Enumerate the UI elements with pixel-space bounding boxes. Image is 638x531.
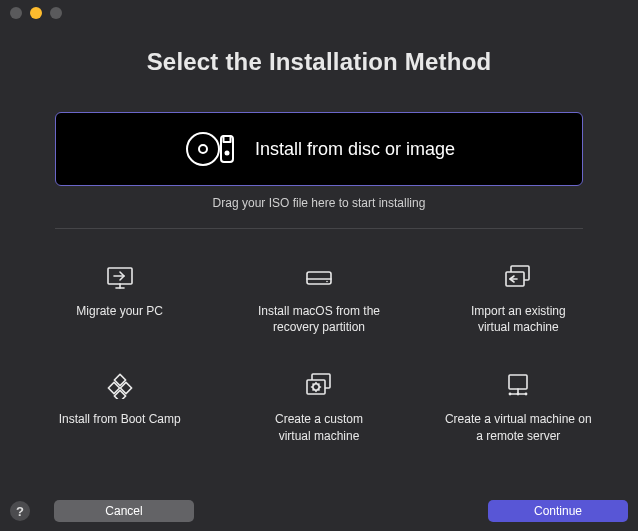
option-migrate-pc[interactable]: Migrate your PC: [20, 263, 219, 335]
install-from-disc-dropzone[interactable]: Install from disc or image: [55, 112, 583, 186]
cancel-button[interactable]: Cancel: [54, 500, 194, 522]
svg-rect-8: [307, 272, 331, 284]
close-window-icon[interactable]: [10, 7, 22, 19]
continue-button[interactable]: Continue: [488, 500, 628, 522]
hard-drive-icon: [304, 263, 334, 293]
svg-point-24: [525, 393, 528, 396]
option-label: Import an existingvirtual machine: [471, 303, 566, 335]
option-label: Install macOS from therecovery partition: [258, 303, 380, 335]
option-import-vm[interactable]: Import an existingvirtual machine: [419, 263, 618, 335]
maximize-window-icon[interactable]: [50, 7, 62, 19]
page-title: Select the Installation Method: [0, 48, 638, 76]
migrate-pc-icon: [105, 263, 135, 293]
svg-point-10: [326, 281, 328, 283]
footer: ? Cancel Continue: [0, 500, 638, 522]
custom-vm-icon: [303, 371, 335, 401]
option-create-custom-vm[interactable]: Create a customvirtual machine: [219, 371, 418, 443]
option-install-macos-recovery[interactable]: Install macOS from therecovery partition: [219, 263, 418, 335]
svg-point-25: [517, 393, 520, 396]
option-label: Create a customvirtual machine: [275, 411, 363, 443]
svg-rect-3: [223, 136, 230, 142]
svg-point-4: [224, 151, 229, 156]
option-label: Install from Boot Camp: [59, 411, 181, 427]
svg-point-23: [509, 393, 512, 396]
svg-point-1: [199, 145, 207, 153]
remote-server-icon: [504, 371, 532, 401]
dropzone-label: Install from disc or image: [255, 139, 455, 160]
titlebar: [0, 0, 638, 26]
help-button[interactable]: ?: [10, 501, 30, 521]
svg-rect-20: [509, 375, 527, 389]
option-install-from-bootcamp[interactable]: Install from Boot Camp: [20, 371, 219, 443]
option-label: Migrate your PC: [76, 303, 163, 319]
import-vm-icon: [502, 263, 534, 293]
svg-point-0: [187, 133, 219, 165]
disc-usb-icon: [183, 129, 239, 169]
install-options-grid: Migrate your PC Install macOS from there…: [20, 263, 618, 444]
bootcamp-icon: [106, 371, 134, 401]
option-label: Create a virtual machine ona remote serv…: [445, 411, 592, 443]
minimize-window-icon[interactable]: [30, 7, 42, 19]
dropzone-caption: Drag your ISO file here to start install…: [0, 196, 638, 210]
divider: [55, 228, 583, 229]
option-create-vm-remote-server[interactable]: Create a virtual machine ona remote serv…: [419, 371, 618, 443]
